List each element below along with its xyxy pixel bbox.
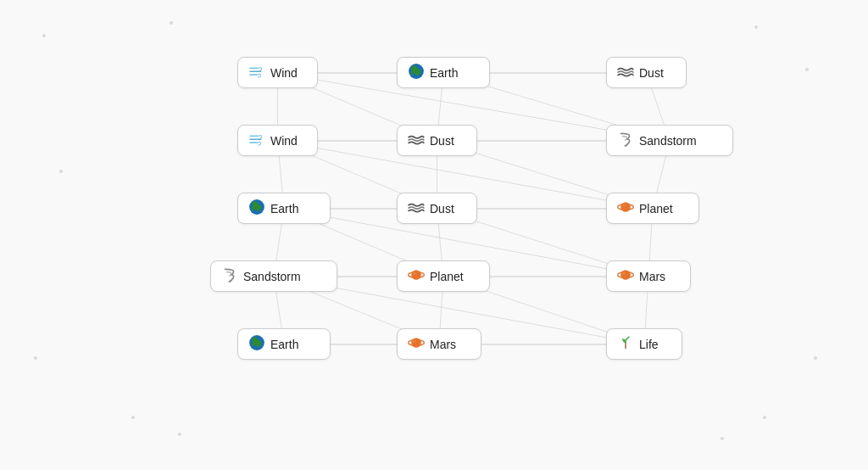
svg-point-49 bbox=[624, 145, 627, 147]
decorative-dot-4 bbox=[59, 170, 63, 173]
decorative-dot-10 bbox=[721, 437, 724, 440]
node-n11[interactable]: Planet bbox=[397, 260, 490, 292]
decorative-dot-0 bbox=[42, 34, 46, 37]
icon-n6 bbox=[617, 131, 634, 150]
svg-point-56 bbox=[620, 202, 630, 211]
decorative-dot-7 bbox=[814, 356, 817, 360]
icon-n5 bbox=[408, 131, 425, 150]
label-n7: Earth bbox=[270, 202, 298, 215]
svg-point-70 bbox=[252, 343, 254, 346]
icon-n2 bbox=[408, 63, 425, 82]
svg-point-57 bbox=[622, 204, 625, 207]
svg-point-74 bbox=[413, 340, 415, 343]
node-n3[interactable]: Dust bbox=[606, 57, 687, 88]
label-n9: Planet bbox=[639, 202, 673, 215]
label-n2: Earth bbox=[430, 66, 458, 80]
label-n12: Mars bbox=[639, 270, 665, 283]
icon-n4 bbox=[248, 131, 265, 150]
svg-rect-46 bbox=[249, 136, 259, 137]
label-n8: Dust bbox=[430, 202, 454, 215]
decorative-dot-1 bbox=[170, 21, 173, 25]
svg-point-73 bbox=[411, 338, 420, 347]
decorative-dot-9 bbox=[178, 433, 181, 436]
label-n6: Sandstorm bbox=[639, 134, 697, 148]
node-n4[interactable]: Wind bbox=[237, 125, 318, 156]
label-n10: Sandstorm bbox=[243, 270, 301, 283]
decorative-dot-8 bbox=[34, 356, 37, 360]
svg-rect-41 bbox=[249, 74, 258, 76]
icon-n8 bbox=[408, 199, 425, 218]
icon-n12 bbox=[617, 266, 634, 286]
node-n2[interactable]: Earth bbox=[397, 57, 490, 88]
icon-n14 bbox=[408, 334, 425, 354]
svg-point-66 bbox=[622, 272, 625, 275]
decorative-dot-3 bbox=[805, 68, 809, 71]
node-n10[interactable]: Sandstorm bbox=[210, 260, 337, 292]
node-n8[interactable]: Dust bbox=[397, 193, 477, 224]
svg-point-58 bbox=[228, 281, 231, 283]
node-n1[interactable]: Wind bbox=[237, 57, 318, 88]
label-n14: Mars bbox=[430, 338, 456, 351]
node-n6[interactable]: Sandstorm bbox=[606, 125, 733, 156]
decorative-dot-5 bbox=[131, 416, 135, 419]
icon-n3 bbox=[617, 63, 634, 82]
node-n7[interactable]: Earth bbox=[237, 193, 331, 224]
node-n12[interactable]: Mars bbox=[606, 260, 691, 292]
graph-container: Wind Earth Dust Wind Dust Sandstorm Eart… bbox=[0, 0, 868, 470]
label-n15: Life bbox=[639, 338, 659, 351]
icon-n1 bbox=[248, 63, 265, 82]
label-n4: Wind bbox=[270, 134, 298, 148]
svg-point-61 bbox=[411, 270, 420, 279]
node-n14[interactable]: Mars bbox=[397, 328, 481, 360]
node-n5[interactable]: Dust bbox=[397, 125, 477, 156]
svg-rect-48 bbox=[249, 142, 258, 143]
node-n13[interactable]: Earth bbox=[237, 328, 331, 360]
decorative-dot-2 bbox=[754, 25, 758, 29]
node-n9[interactable]: Planet bbox=[606, 193, 699, 224]
svg-rect-39 bbox=[249, 68, 259, 70]
label-n1: Wind bbox=[270, 66, 298, 80]
decorative-dot-6 bbox=[763, 416, 766, 419]
svg-point-65 bbox=[620, 270, 630, 279]
icon-n11 bbox=[408, 266, 425, 286]
icon-n10 bbox=[221, 266, 238, 286]
icon-n13 bbox=[248, 334, 265, 354]
label-n5: Dust bbox=[430, 134, 454, 148]
node-n15[interactable]: Life bbox=[606, 328, 682, 360]
svg-point-62 bbox=[413, 272, 415, 275]
svg-point-53 bbox=[252, 207, 254, 210]
label-n13: Earth bbox=[270, 338, 298, 351]
label-n11: Planet bbox=[430, 270, 464, 283]
label-n3: Dust bbox=[639, 66, 664, 80]
icon-n15 bbox=[617, 334, 634, 354]
svg-point-45 bbox=[411, 71, 414, 75]
icon-n9 bbox=[617, 199, 634, 218]
icon-n7 bbox=[248, 199, 265, 218]
